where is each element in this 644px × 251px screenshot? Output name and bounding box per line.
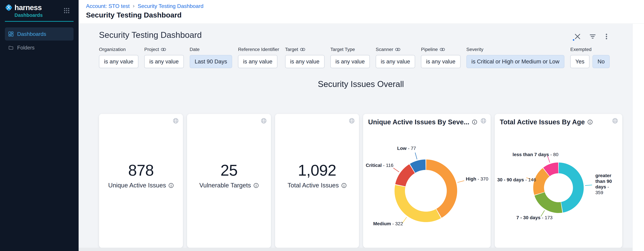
donut-leader-line — [415, 153, 417, 159]
filter-chip-organization-is-any-value[interactable]: is any value — [99, 55, 138, 68]
panel-head: Security Testing Dashboard — [78, 24, 632, 40]
metric-value: 1,092 — [275, 161, 359, 179]
dashboard-panel: Security Testing Dashboard Organizationi… — [78, 24, 632, 251]
donut-leader-line — [393, 168, 399, 172]
filter-chip-reference-identifier-is-any-value[interactable]: is any value — [238, 55, 278, 68]
filter-label: Severity — [466, 47, 564, 52]
donut-slice-7-30-days[interactable] — [540, 194, 562, 208]
info-icon[interactable] — [168, 183, 174, 188]
link-icon — [440, 48, 445, 51]
breadcrumb-page-link[interactable]: Security Testing Dashboard — [138, 3, 204, 9]
donut-slice-label-low: Low - 77 — [397, 146, 416, 151]
donut-leader-line — [458, 181, 464, 183]
right-gutter — [632, 24, 644, 251]
filters-row: Organizationis any valueProjectis any va… — [99, 47, 632, 68]
link-icon — [300, 48, 305, 51]
filter-chip-severity-is-critical-or-high-or-medium-or-low[interactable]: is Critical or High or Medium or Low — [466, 55, 564, 68]
donut-card-issues-by-severity: Unique Active Issues By Seve... High - 3… — [363, 114, 491, 248]
chevron-right-icon — [132, 4, 135, 8]
filter-chip-exempted-yes[interactable]: Yes — [570, 55, 590, 68]
filter-label: Scanner — [376, 47, 415, 52]
dashboards-icon — [8, 31, 14, 36]
info-icon[interactable] — [341, 183, 346, 188]
section-title: Security Issues Overall — [99, 79, 623, 89]
filter-group-pipeline: Pipelineis any value — [421, 47, 460, 68]
filter-group-reference-identifier: Reference Identifieris any value — [238, 47, 279, 68]
filter-label: Target — [285, 47, 324, 52]
filter-group-severity: Severityis Critical or High or Medium or… — [466, 47, 564, 68]
donut-slice-label-less-than-7-days: less than 7 days - 80 — [512, 152, 558, 157]
sidebar-nav: Dashboards Folders — [0, 27, 78, 54]
filter-label: Organization — [99, 47, 138, 52]
donut-slice-label-greater-than-90-days: greater than 90 days - 359 — [595, 173, 614, 195]
donut-slice-label-7-30-days: 7 - 30 days - 173 — [516, 215, 552, 220]
donut-slice-critical[interactable] — [400, 169, 412, 185]
filter-chip-exempted-no[interactable]: No — [592, 55, 610, 68]
filter-label: Reference Identifier — [238, 47, 279, 52]
metric-label: Total Active Issues — [275, 182, 359, 189]
donut-slice-medium[interactable] — [400, 186, 438, 217]
sidebar-item-label: Dashboards — [17, 31, 46, 37]
sidebar-item-dashboards[interactable]: Dashboards — [5, 27, 74, 40]
cards-row: 878 Unique Active Issues 25 Vulnerable — [99, 114, 623, 248]
donut-slice-less-than-7-days[interactable] — [546, 168, 558, 172]
close-icon[interactable] — [574, 33, 581, 40]
harness-logo-icon — [5, 3, 13, 11]
globe-icon — [172, 118, 179, 124]
metric-card-total-active-issues: 1,092 Total Active Issues — [275, 114, 359, 248]
bottom-strip — [78, 248, 632, 251]
globe-icon — [260, 118, 267, 124]
metric-value: 25 — [187, 161, 271, 179]
page-title: Security Testing Dashboard — [86, 11, 644, 19]
donut-slice-low[interactable] — [412, 165, 426, 168]
filter-label: Project — [144, 47, 184, 52]
metric-label-text: Vulnerable Targets — [199, 182, 251, 189]
filter-group-date: DateLast 90 Days — [190, 47, 232, 68]
link-icon — [395, 48, 400, 51]
sidebar-item-folders[interactable]: Folders — [5, 42, 74, 54]
donut-slice-30-90-days[interactable] — [539, 172, 546, 194]
metric-label: Unique Active Issues — [99, 182, 183, 189]
donut-slice-label-critical: Critical - 116 — [366, 163, 393, 168]
panel-title: Security Testing Dashboard — [99, 30, 632, 40]
sidebar: harness Dashboards Dashboards Folders — [0, 0, 78, 251]
filter-chip-scanner-is-any-value[interactable]: is any value — [376, 55, 415, 68]
globe-icon — [348, 118, 355, 124]
filter-chip-target-type-is-any-value[interactable]: is any value — [330, 55, 370, 68]
filter-group-project: Projectis any value — [144, 47, 184, 68]
filter-chip-target-is-any-value[interactable]: is any value — [285, 55, 324, 68]
sidebar-item-label: Folders — [17, 45, 34, 51]
filter-chip-pipeline-is-any-value[interactable]: is any value — [421, 55, 460, 68]
folder-icon — [8, 45, 14, 50]
filter-label: Pipeline — [421, 47, 460, 52]
metric-label-text: Unique Active Issues — [108, 182, 166, 189]
apps-grid-icon[interactable] — [64, 7, 70, 14]
donut-slice-high[interactable] — [426, 165, 452, 213]
donut-slice-label-30-90-days: 30 - 90 days - 146 — [497, 177, 536, 183]
donut-leader-line — [402, 217, 407, 223]
donut-slice-greater-than-90-days[interactable] — [559, 168, 578, 207]
metric-label-text: Total Active Issues — [288, 182, 339, 189]
donut-slice-label-high: High - 370 — [466, 176, 488, 182]
brand-wordmark: harness — [14, 3, 42, 12]
filter-chip-date-last-90-days[interactable]: Last 90 Days — [190, 55, 232, 68]
filter-group-scanner: Scanneris any value — [376, 47, 415, 68]
filter-icon[interactable] — [589, 33, 596, 40]
filter-group-organization: Organizationis any value — [99, 47, 138, 68]
filter-group-target-type: Target Typeis any value — [330, 47, 370, 68]
metric-card-unique-active-issues: 878 Unique Active Issues — [99, 114, 183, 248]
filter-chip-project-is-any-value[interactable]: is any value — [144, 55, 184, 68]
kebab-menu-icon[interactable] — [603, 33, 610, 40]
metric-value: 878 — [99, 161, 183, 179]
donut-card-issues-by-age: Total Active Issues By Age greater than … — [495, 114, 622, 248]
metric-label: Vulnerable Targets — [187, 182, 271, 189]
dashboard-board: Security Issues Overall 878 Unique Activ… — [99, 79, 623, 248]
donut-slice-label-medium: Medium - 322 — [373, 221, 403, 227]
filter-group-target: Targetis any value — [285, 47, 324, 68]
breadcrumb: Account: STO test Security Testing Dashb… — [86, 3, 644, 9]
filter-group-exempted: ExemptedYesNo — [570, 47, 610, 68]
filter-label: Date — [190, 47, 232, 52]
main-area: Account: STO test Security Testing Dashb… — [78, 0, 644, 251]
info-icon[interactable] — [254, 183, 259, 188]
breadcrumb-account-link[interactable]: Account: STO test — [86, 3, 130, 9]
